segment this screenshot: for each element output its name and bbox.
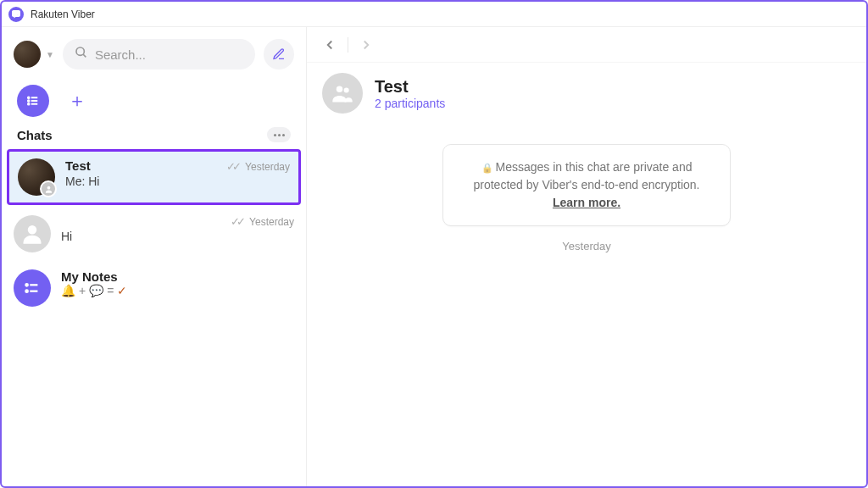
svg-point-4	[28, 100, 30, 102]
svg-point-10	[25, 284, 27, 286]
sidebar: ▼ ＋ Chats	[2, 27, 307, 486]
chat-name: Test	[65, 158, 91, 173]
chat-item-my-notes[interactable]: My Notes 🔔 + 💬 = ✓	[2, 261, 306, 315]
chats-header: Chats	[2, 119, 306, 147]
nav-divider	[348, 37, 348, 53]
app-title: Rakuten Viber	[31, 8, 95, 20]
compose-button[interactable]	[264, 39, 294, 69]
chat-preview: Hi	[61, 230, 294, 243]
svg-point-15	[344, 87, 349, 92]
quick-nav-add-button[interactable]: ＋	[61, 85, 93, 117]
chat-bubble-icon: 💬	[89, 284, 103, 297]
chat-time: ✓✓ Yesterday	[231, 215, 294, 228]
svg-point-8	[47, 186, 50, 189]
svg-point-9	[28, 225, 37, 235]
svg-line-1	[83, 54, 86, 57]
conversation-header: Test 2 participants	[307, 63, 866, 127]
notes-preview-icons: 🔔 + 💬 = ✓	[61, 284, 294, 297]
group-badge-icon	[40, 180, 57, 197]
profile-chevron-icon[interactable]: ▼	[46, 50, 54, 59]
profile-avatar[interactable]	[14, 41, 41, 68]
quick-nav-list-button[interactable]	[17, 85, 49, 117]
quick-nav: ＋	[2, 78, 306, 119]
notes-avatar-icon	[14, 269, 51, 307]
search-input[interactable]	[95, 47, 243, 62]
learn-more-link[interactable]: Learn more.	[553, 196, 620, 209]
svg-point-12	[25, 290, 27, 291]
chat-name: My Notes	[61, 269, 118, 284]
chat-preview: Me: Hi	[65, 175, 290, 188]
chat-item-test[interactable]: Test ✓✓ Yesterday Me: Hi	[7, 149, 301, 205]
lock-icon: 🔒	[481, 163, 493, 173]
nav-forward-button[interactable]	[355, 34, 377, 56]
chat-list: Test ✓✓ Yesterday Me: Hi	[2, 147, 306, 486]
titlebar: Rakuten Viber	[2, 2, 866, 27]
search-icon	[75, 46, 88, 63]
date-separator: Yesterday	[562, 240, 610, 252]
chat-avatar	[14, 215, 51, 252]
encryption-notice: 🔒Messages in this chat are private and p…	[442, 144, 731, 226]
chat-avatar	[18, 158, 55, 196]
conversation-avatar-icon[interactable]	[322, 73, 363, 114]
message-area: 🔒Messages in this chat are private and p…	[307, 127, 866, 486]
svg-point-2	[28, 97, 30, 98]
read-ticks-icon: ✓✓	[231, 215, 242, 228]
svg-point-14	[337, 86, 342, 92]
bell-icon: 🔔	[61, 284, 75, 297]
svg-point-6	[28, 103, 30, 105]
sidebar-topbar: ▼	[2, 27, 306, 78]
main-panel: Test 2 participants 🔒Messages in this ch…	[307, 27, 866, 486]
svg-point-0	[76, 47, 84, 55]
conversation-title: Test	[375, 77, 445, 97]
check-icon: ✓	[117, 284, 127, 297]
main-navbar	[307, 27, 866, 63]
read-ticks-icon: ✓✓	[226, 160, 238, 173]
chats-title: Chats	[17, 128, 53, 142]
conversation-subtitle[interactable]: 2 participants	[375, 97, 445, 110]
chats-more-button[interactable]	[267, 127, 291, 142]
chat-item[interactable]: ✓✓ Yesterday Hi	[2, 207, 306, 261]
chat-time: ✓✓ Yesterday	[226, 160, 290, 173]
nav-back-button[interactable]	[319, 34, 341, 56]
app-icon	[8, 7, 24, 22]
search-field[interactable]	[63, 39, 255, 69]
